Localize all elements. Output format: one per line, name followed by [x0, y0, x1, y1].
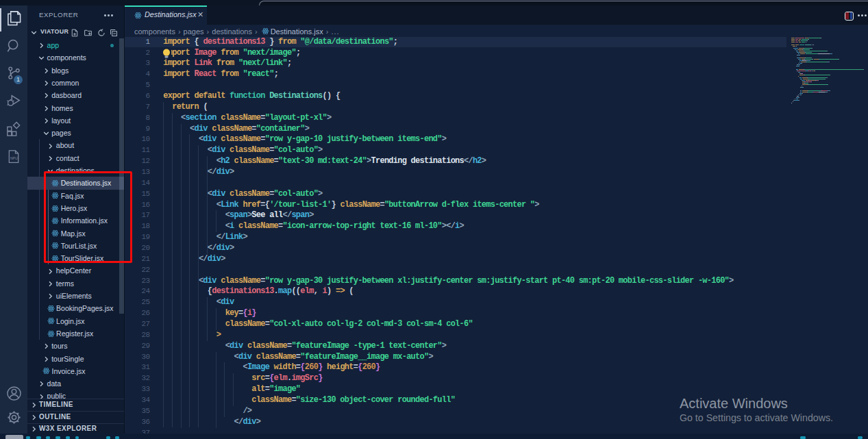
- svg-text:NPU: NPU: [10, 156, 18, 160]
